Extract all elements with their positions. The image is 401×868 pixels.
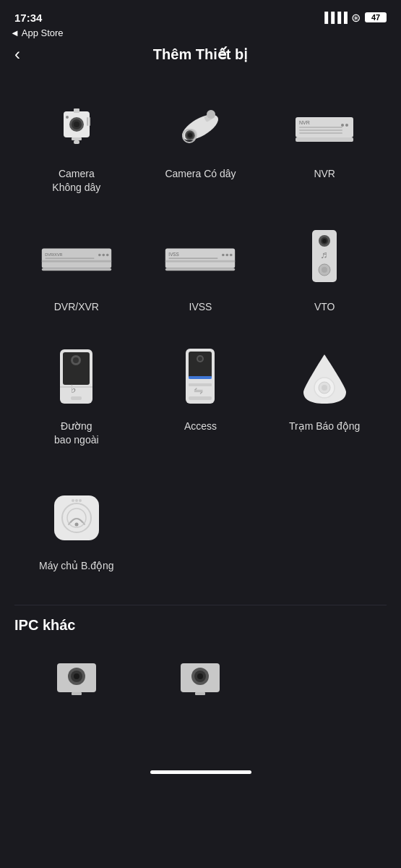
svg-rect-83 xyxy=(195,692,205,695)
dvr-image: DVR/XVR xyxy=(40,226,113,292)
alarm-server-label: Máy chủ B.động xyxy=(39,559,114,573)
alarm-image xyxy=(288,346,361,411)
home-indicator xyxy=(150,770,251,774)
app-store-link[interactable]: ◄ App Store xyxy=(10,27,401,38)
device-item-nvr[interactable]: NVR NVR xyxy=(262,79,387,212)
svg-rect-22 xyxy=(299,127,342,128)
svg-point-30 xyxy=(102,254,105,257)
svg-point-59 xyxy=(198,357,202,361)
svg-rect-36 xyxy=(165,260,235,263)
svg-point-38 xyxy=(226,254,229,257)
device-item-ivss[interactable]: IVSS IVSS xyxy=(139,212,263,331)
perimeter-image: ♭ xyxy=(40,346,113,411)
svg-text:NVR: NVR xyxy=(299,120,310,125)
alarm-station-label: Trạm Báo động xyxy=(289,420,360,433)
svg-text:♬: ♬ xyxy=(320,249,328,260)
ivss-label: IVSS xyxy=(189,300,212,314)
svg-text:⇋: ⇋ xyxy=(194,384,203,396)
svg-text:♭: ♭ xyxy=(71,383,77,395)
svg-rect-32 xyxy=(45,258,94,259)
svg-point-73 xyxy=(79,499,82,502)
ipc-item-2[interactable] xyxy=(139,639,263,731)
section-header-ipc: IPC khác xyxy=(0,605,401,639)
svg-rect-40 xyxy=(169,258,218,259)
svg-rect-54 xyxy=(71,396,82,400)
wireless-camera-label: Camera Không dây xyxy=(52,167,100,195)
ipc-image-1 xyxy=(40,654,113,705)
signal-icon: ▐▐▐▐ xyxy=(321,12,347,23)
nvr-image: NVR xyxy=(288,93,361,158)
svg-point-37 xyxy=(222,254,225,257)
access-image: ⇋ xyxy=(164,346,236,411)
wired-camera-image xyxy=(164,93,236,158)
svg-point-70 xyxy=(74,523,78,527)
status-time: 17:34 xyxy=(14,12,42,24)
device-grid: Camera Không dây Camera Có dây xyxy=(0,72,401,464)
device-item-perimeter[interactable]: ♭ Đường bao ngoài xyxy=(14,331,139,464)
svg-point-66 xyxy=(322,385,327,391)
device-item-wired-camera[interactable]: Camera Có dây xyxy=(139,79,263,212)
back-button[interactable]: ‹ xyxy=(14,44,20,64)
svg-rect-8 xyxy=(87,117,88,126)
svg-rect-60 xyxy=(189,376,212,379)
svg-point-31 xyxy=(106,254,109,257)
extra-device-row: Máy chủ B.động xyxy=(0,464,401,590)
wifi-icon: ⊛ xyxy=(351,11,361,25)
svg-point-71 xyxy=(72,499,74,502)
svg-rect-55 xyxy=(60,386,92,388)
svg-rect-23 xyxy=(299,129,342,131)
device-item-alarm-server[interactable]: Máy chủ B.động xyxy=(14,471,139,590)
svg-rect-9 xyxy=(89,117,90,126)
svg-point-20 xyxy=(341,124,344,127)
svg-text:IVSS: IVSS xyxy=(169,252,180,258)
ipc-item-1[interactable] xyxy=(14,639,139,731)
svg-point-77 xyxy=(74,673,79,679)
svg-point-21 xyxy=(345,124,348,127)
svg-point-10 xyxy=(178,110,222,145)
page-title: Thêm Thiết bị xyxy=(153,46,248,63)
svg-point-16 xyxy=(207,110,215,119)
svg-rect-5 xyxy=(72,137,82,140)
device-item-vto[interactable]: ♬ VTO xyxy=(262,212,387,331)
svg-point-52 xyxy=(73,357,79,363)
svg-point-29 xyxy=(98,254,101,257)
ipc-image-2 xyxy=(164,654,236,705)
svg-point-45 xyxy=(322,239,327,243)
device-item-wireless-camera[interactable]: Camera Không dây xyxy=(14,79,139,212)
svg-text:DVR/XVR: DVR/XVR xyxy=(45,253,62,258)
svg-rect-28 xyxy=(42,260,111,263)
device-item-alarm-station[interactable]: Trạm Báo động xyxy=(262,331,387,464)
vto-image: ♬ xyxy=(288,226,361,292)
alarm-server-image xyxy=(40,485,113,550)
home-indicator-area xyxy=(0,738,401,781)
svg-rect-41 xyxy=(165,268,235,271)
nvr-label: NVR xyxy=(314,167,335,181)
app-store-back-label: ◄ App Store xyxy=(10,27,64,38)
nav-bar: ‹ Thêm Thiết bị xyxy=(0,40,401,72)
device-item-dvr[interactable]: DVR/XVR DVR/XVR xyxy=(14,212,139,331)
access-label: Access xyxy=(184,420,217,433)
battery-indicator: 47 xyxy=(365,12,387,22)
svg-point-48 xyxy=(322,267,327,273)
status-icons: ▐▐▐▐ ⊛ 47 xyxy=(321,11,387,25)
svg-rect-25 xyxy=(296,137,353,142)
back-icon: ‹ xyxy=(14,44,20,64)
dvr-label: DVR/XVR xyxy=(54,300,99,314)
svg-rect-6 xyxy=(74,140,79,144)
svg-point-7 xyxy=(66,116,69,119)
device-item-access[interactable]: ⇋ Access xyxy=(139,331,263,464)
perimeter-label: Đường bao ngoài xyxy=(54,420,99,447)
wired-camera-label: Camera Có dây xyxy=(165,167,236,181)
svg-rect-78 xyxy=(72,692,82,695)
svg-rect-4 xyxy=(74,109,79,113)
svg-rect-33 xyxy=(42,268,111,271)
svg-point-39 xyxy=(230,254,233,257)
vto-label: VTO xyxy=(314,300,335,314)
svg-point-14 xyxy=(188,133,192,137)
svg-point-72 xyxy=(75,499,78,502)
svg-point-82 xyxy=(197,673,203,679)
svg-rect-24 xyxy=(299,132,342,134)
ivss-image: IVSS xyxy=(164,226,236,292)
wireless-camera-image xyxy=(40,93,113,158)
ipc-grid xyxy=(0,639,401,738)
